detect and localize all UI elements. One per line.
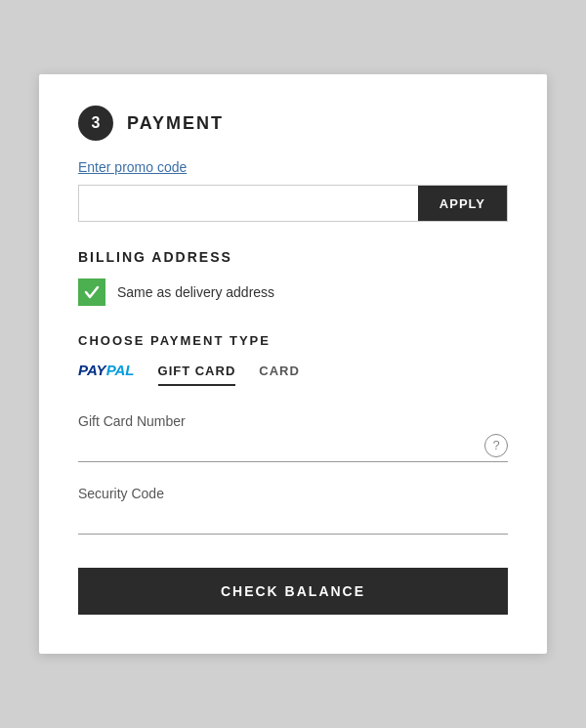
same-address-label: Same as delivery address xyxy=(117,284,274,300)
checkmark-icon xyxy=(83,283,101,301)
payment-type-section: CHOOSE PAYMENT TYPE PayPal GIFT CARD CAR… xyxy=(78,333,508,386)
tab-paypal[interactable]: PayPal xyxy=(78,362,135,386)
payment-type-header: CHOOSE PAYMENT TYPE xyxy=(78,333,508,348)
payment-section: 3 PAYMENT Enter promo code APPLY BILLING… xyxy=(39,74,547,654)
billing-same-row: Same as delivery address xyxy=(78,278,508,306)
promo-input[interactable] xyxy=(79,186,418,221)
billing-section: BILLING ADDRESS Same as delivery address xyxy=(78,249,508,306)
billing-header: BILLING ADDRESS xyxy=(78,249,508,265)
promo-section: Enter promo code APPLY xyxy=(78,158,508,222)
gift-card-number-label: Gift Card Number xyxy=(78,413,508,429)
gift-card-form: Gift Card Number ? Security Code CHECK B… xyxy=(78,413,508,615)
promo-row: APPLY xyxy=(78,185,508,222)
step-number: 3 xyxy=(78,106,113,141)
security-code-row xyxy=(78,505,508,535)
section-header: 3 PAYMENT xyxy=(78,106,508,141)
paypal-pay: Pay xyxy=(78,362,106,378)
section-title: PAYMENT xyxy=(127,113,224,134)
promo-code-link[interactable]: Enter promo code xyxy=(78,159,187,175)
security-code-label: Security Code xyxy=(78,486,508,501)
gift-card-number-field: Gift Card Number ? xyxy=(78,413,508,462)
tab-gift-card[interactable]: GIFT CARD xyxy=(158,364,236,386)
gift-card-number-input[interactable] xyxy=(78,433,484,457)
payment-tabs: PayPal GIFT CARD CARD xyxy=(78,362,508,386)
check-balance-button[interactable]: CHECK BALANCE xyxy=(78,568,508,615)
gift-card-help-icon[interactable]: ? xyxy=(484,434,508,457)
gift-card-number-row: ? xyxy=(78,433,508,462)
apply-button[interactable]: APPLY xyxy=(418,186,507,221)
same-address-checkbox[interactable] xyxy=(78,278,105,306)
tab-card[interactable]: CARD xyxy=(259,364,300,386)
security-code-field: Security Code xyxy=(78,486,508,535)
paypal-pal: Pal xyxy=(106,362,135,378)
security-code-input[interactable] xyxy=(78,505,508,530)
